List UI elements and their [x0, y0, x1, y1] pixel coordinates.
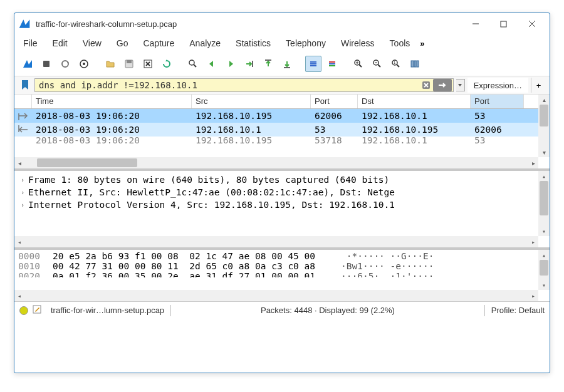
cell-dport: 62006 [471, 124, 524, 135]
auto-scroll-icon[interactable] [305, 56, 321, 72]
menu-go[interactable]: Go [109, 36, 136, 51]
bookmark-icon[interactable] [18, 78, 32, 92]
expert-info-icon[interactable] [19, 306, 28, 315]
colorize-icon[interactable] [324, 56, 340, 72]
restart-capture-icon[interactable] [57, 56, 73, 72]
column-header-dport[interactable]: Port [471, 95, 524, 108]
details-vscrollbar[interactable]: ▴ ▾ [538, 171, 550, 236]
zoom-out-icon[interactable] [369, 56, 385, 72]
hex-row[interactable]: 001000 42 77 31 00 00 80 11 2d 65 c0 a8 … [17, 261, 547, 271]
clear-filter-icon[interactable] [420, 80, 432, 91]
svg-text:1: 1 [394, 61, 396, 64]
scroll-left-icon[interactable]: ◂ [14, 290, 24, 301]
packet-row[interactable]: 2018-08-03 19:06:20 192.168.10.1 53 192.… [14, 123, 550, 137]
minimize-button[interactable] [461, 15, 489, 33]
go-last-icon[interactable] [279, 56, 295, 72]
scroll-left-icon[interactable]: ◂ [14, 236, 24, 247]
display-filter-input[interactable] [36, 80, 420, 90]
tree-item[interactable]: ›Ethernet II, Src: HewlettP_1c:47:ae (00… [14, 186, 550, 199]
status-packets: Packets: 4448 · Displayed: 99 (2.2%) [177, 306, 478, 315]
menu-wireless[interactable]: Wireless [333, 36, 382, 51]
hex-row[interactable]: 000020 e5 2a b6 93 f1 00 08 02 1c 47 ae … [17, 251, 547, 261]
packet-bytes-body[interactable]: 000020 e5 2a b6 93 f1 00 08 02 1c 47 ae … [14, 250, 550, 290]
hex-offset: 0000 [18, 251, 53, 261]
close-button[interactable] [518, 15, 546, 33]
scroll-right-icon[interactable]: ▸ [528, 236, 538, 247]
reload-icon[interactable] [159, 56, 175, 72]
packet-row[interactable]: 2018-08-03 19:06:20 192.168.10.195 53718… [14, 137, 550, 144]
resize-columns-icon[interactable] [407, 56, 423, 72]
column-header-sport[interactable]: Port [311, 95, 358, 108]
svg-rect-35 [414, 61, 416, 67]
scroll-right-icon[interactable]: ▸ [528, 157, 538, 168]
stop-capture-icon[interactable] [38, 56, 55, 72]
tree-item[interactable]: ›Internet Protocol Version 4, Src: 192.1… [14, 199, 550, 211]
packet-details-body[interactable]: ›Frame 1: 80 bytes on wire (640 bits), 8… [14, 171, 550, 236]
menu-edit[interactable]: Edit [45, 36, 75, 51]
menu-tools[interactable]: Tools [382, 36, 418, 51]
hex-vscrollbar[interactable]: ▴ ▾ [538, 250, 550, 290]
scroll-down-icon[interactable]: ▾ [538, 280, 550, 290]
menu-file[interactable]: File [21, 36, 45, 51]
packet-row[interactable]: 2018-08-03 19:06:20 192.168.10.195 62006… [14, 109, 550, 123]
hex-row[interactable]: 00200a 01 f2 36 00 35 00 2e ae 31 df 27 … [17, 271, 547, 277]
start-capture-icon[interactable] [19, 56, 36, 72]
toolbar: 1 [14, 54, 550, 76]
packet-list-vscrollbar[interactable]: ▴ ▾ [538, 95, 550, 157]
scroll-down-icon[interactable]: ▾ [538, 147, 550, 157]
menu-capture[interactable]: Capture [135, 36, 182, 51]
column-header-dst[interactable]: Dst [358, 95, 471, 108]
menu-statistics[interactable]: Statistics [228, 36, 278, 51]
svg-rect-9 [127, 60, 132, 63]
scroll-up-icon[interactable]: ▴ [538, 171, 550, 181]
add-filter-button[interactable]: + [531, 78, 546, 93]
filter-history-dropdown[interactable] [456, 79, 465, 91]
apply-filter-icon[interactable] [433, 79, 452, 91]
menu-view[interactable]: View [75, 36, 109, 51]
scroll-up-icon[interactable]: ▴ [538, 250, 550, 260]
column-header-time[interactable]: Time [32, 95, 192, 108]
menu-telephony[interactable]: Telephony [278, 36, 333, 51]
packet-list-body[interactable]: 2018-08-03 19:06:20 192.168.10.195 62006… [14, 109, 550, 157]
cell-time: 2018-08-03 19:06:20 [32, 124, 192, 135]
menu-overflow[interactable]: » [417, 36, 427, 51]
capture-options-icon[interactable] [76, 56, 92, 72]
menu-analyze[interactable]: Analyze [182, 36, 228, 51]
details-hscrollbar[interactable]: ◂ ▸ [14, 236, 538, 247]
edit-capture-icon[interactable] [32, 304, 42, 316]
hex-bytes: 0a 01 f2 36 00 35 00 2e ae 31 df 27 01 0… [53, 271, 341, 277]
go-first-icon[interactable] [260, 56, 276, 72]
cell-sport: 53 [311, 124, 358, 135]
packet-list-hscrollbar[interactable]: ◂ ▸ [14, 157, 538, 168]
save-file-icon[interactable] [121, 56, 137, 72]
column-header-src[interactable]: Src [192, 95, 311, 108]
go-back-icon[interactable] [204, 56, 220, 72]
scroll-down-icon[interactable]: ▾ [538, 226, 550, 236]
zoom-reset-icon[interactable]: 1 [388, 56, 404, 72]
hex-hscrollbar[interactable]: ◂ ▸ [14, 290, 538, 301]
title-bar: traffic-for-wireshark-column-setup.pcap [14, 13, 550, 34]
expand-icon[interactable]: › [17, 201, 28, 209]
zoom-in-icon[interactable] [350, 56, 367, 72]
expression-button[interactable]: Expression… [467, 78, 528, 93]
expand-icon[interactable]: › [17, 176, 28, 184]
find-icon[interactable] [185, 56, 201, 72]
go-to-packet-icon[interactable] [241, 56, 258, 72]
status-bar: traffic-for-wir…lumn-setup.pcap Packets:… [14, 301, 550, 319]
svg-line-29 [378, 64, 380, 67]
scroll-up-icon[interactable]: ▴ [538, 95, 550, 105]
scroll-left-icon[interactable]: ◂ [14, 157, 24, 168]
request-arrow-icon [14, 111, 32, 120]
status-profile[interactable]: Profile: Default [491, 306, 545, 315]
close-file-icon[interactable] [140, 56, 156, 72]
cell-src: 192.168.10.1 [192, 124, 311, 135]
cell-dst: 192.168.10.1 [358, 110, 471, 121]
response-arrow-icon [14, 125, 32, 134]
expand-icon[interactable]: › [17, 188, 28, 197]
maximize-button[interactable] [489, 15, 518, 33]
svg-point-13 [189, 60, 194, 65]
tree-item[interactable]: ›Frame 1: 80 bytes on wire (640 bits), 8… [14, 173, 550, 186]
scroll-right-icon[interactable]: ▸ [528, 290, 538, 301]
go-forward-icon[interactable] [222, 56, 239, 72]
open-file-icon[interactable] [102, 56, 118, 72]
